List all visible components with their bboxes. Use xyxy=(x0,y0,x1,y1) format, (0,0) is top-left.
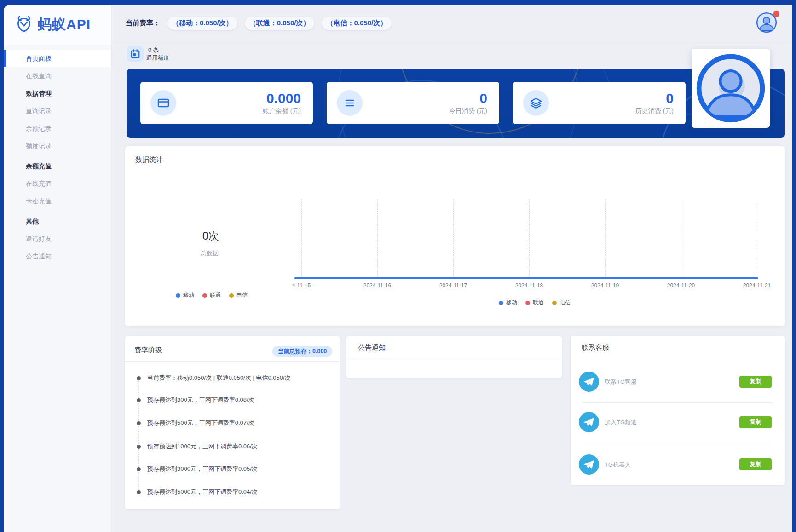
sidebar-section-recharge: 余额充值 xyxy=(4,157,111,175)
chart-legend-left: 移动 联通 电信 xyxy=(176,292,248,299)
divider xyxy=(346,360,562,360)
calendar-icon xyxy=(127,46,144,62)
quota-label: 通用额度 xyxy=(146,54,169,62)
chart-total-label: 总数据 xyxy=(201,249,219,257)
sidebar-item-query-records[interactable]: 查询记录 xyxy=(4,102,111,120)
legend-dot-icon xyxy=(499,301,503,305)
rate-mobile: （移动：0.050/次） xyxy=(167,17,237,30)
chart-gridline xyxy=(529,199,530,279)
chart-title: 数据统计 xyxy=(135,155,163,164)
legend-dot-icon xyxy=(525,301,530,305)
tier-row: 预存额达到3000元，三网下调费率0.05/次 xyxy=(125,465,258,473)
ant-logo-icon xyxy=(15,15,33,35)
chart-total-value: 0次 xyxy=(202,229,219,243)
chart-legend-center: 移动 联通 电信 xyxy=(499,299,571,307)
bullet-dot-icon xyxy=(137,376,141,380)
tier-row: 预存额达到500元，三网下调费率0.07/次 xyxy=(125,419,254,427)
support-row-tg-bot: TG机器人 复制 xyxy=(571,454,785,475)
bullet-dot-icon xyxy=(137,421,141,425)
legend-item-unicom[interactable]: 联通 xyxy=(525,299,544,307)
today-consume-value: 0 xyxy=(449,91,487,106)
quota-count: 0 条 xyxy=(148,46,159,54)
sidebar-item-invite[interactable]: 邀请好友 xyxy=(4,230,111,247)
profile-avatar-card xyxy=(692,49,770,128)
layers-icon xyxy=(523,90,549,116)
bullet-dot-icon xyxy=(137,467,141,471)
sidebar-item-quota-records[interactable]: 额度记录 xyxy=(4,137,111,154)
stat-card-history: 0 历史消费 (元) xyxy=(513,82,686,124)
chart-gridline xyxy=(453,199,454,279)
sidebar-item-online-query[interactable]: 在线查询 xyxy=(4,67,111,85)
top-bar: 当前费率： （移动：0.050/次） （联通：0.050/次） （电信：0.05… xyxy=(112,5,792,41)
rates-label: 当前费率： xyxy=(126,19,160,28)
history-consume-value: 0 xyxy=(635,91,674,106)
tier-row: 预存额达到300元，三网下调费率0.08/次 xyxy=(125,396,254,404)
sidebar-item-home[interactable]: 首页面板 xyxy=(4,50,111,67)
x-axis-label: 2024-11-18 xyxy=(499,282,559,289)
support-label: 加入TG频道 xyxy=(605,418,637,427)
x-axis-label: 2024-11-19 xyxy=(575,282,635,289)
chart-gridline xyxy=(757,199,757,279)
rate-tiers-card: 费率阶级 当前总预存：0.000 当前费率：移动0.050/次 | 联通0.05… xyxy=(125,336,340,509)
rate-unicom: （联通：0.050/次） xyxy=(245,17,315,30)
notice-title: 公告通知 xyxy=(358,343,386,352)
legend-dot-icon xyxy=(552,301,557,305)
sidebar: 蚂蚁API 首页面板 在线查询 数据管理 查询记录 余额记录 额度记录 余额充值… xyxy=(4,5,112,532)
chart-gridline xyxy=(377,199,378,279)
telegram-icon xyxy=(579,372,599,392)
tier-timeline xyxy=(138,378,139,492)
sidebar-item-online-recharge[interactable]: 在线充值 xyxy=(4,175,111,192)
legend-item-mobile[interactable]: 移动 xyxy=(176,292,194,299)
menu-lines-icon xyxy=(337,90,363,116)
x-axis-label: 2024-11-21 xyxy=(727,282,787,289)
notification-dot-icon xyxy=(773,11,779,17)
x-axis-label: 4-11-15 xyxy=(271,282,331,289)
user-avatar-button[interactable] xyxy=(756,12,777,33)
stat-card-balance: 0.000 账户余额 (元) xyxy=(140,82,313,124)
sidebar-section-data: 数据管理 xyxy=(4,85,111,102)
rate-tiers-title: 费率阶级 xyxy=(134,346,162,355)
logo: 蚂蚁API xyxy=(4,5,111,45)
sidebar-item-balance-records[interactable]: 余额记录 xyxy=(4,120,111,137)
current-rates: 当前费率： （移动：0.050/次） （联通：0.050/次） （电信：0.05… xyxy=(126,5,392,41)
tier-row: 当前费率：移动0.050/次 | 联通0.050/次 | 电信0.050/次 xyxy=(125,374,291,382)
support-card: 联系客服 联系TG客服 复制 加入TG频道 xyxy=(571,336,785,485)
support-label: 联系TG客服 xyxy=(605,378,637,386)
copy-button[interactable]: 复制 xyxy=(739,416,772,428)
balance-value: 0.000 xyxy=(263,91,301,106)
notice-card: 公告通知 xyxy=(346,336,562,378)
profile-avatar-icon xyxy=(696,53,766,123)
stat-card-today: 0 今日消费 (元) xyxy=(327,82,499,124)
sidebar-item-notice[interactable]: 公告通知 xyxy=(4,247,111,265)
legend-item-telecom[interactable]: 电信 xyxy=(552,299,571,307)
support-title: 联系客服 xyxy=(582,343,609,352)
x-axis-label: 2024-11-20 xyxy=(651,282,711,289)
legend-item-mobile[interactable]: 移动 xyxy=(499,299,517,307)
chart-gridline xyxy=(605,199,606,279)
bullet-dot-icon xyxy=(137,445,141,449)
data-statistics-card: 数据统计 0次 总数据 4-11-15 2024-11-16 2024-11-1… xyxy=(125,146,785,326)
support-row-tg-channel: 加入TG频道 复制 xyxy=(571,412,785,432)
telegram-icon xyxy=(579,412,599,432)
total-prestore-badge: 当前总预存：0.000 xyxy=(272,346,332,357)
support-label: TG机器人 xyxy=(605,461,631,469)
main-area: 当前费率： （移动：0.050/次） （联通：0.050/次） （电信：0.05… xyxy=(112,5,792,532)
tier-row: 预存额达到5000元，三网下调费率0.04/次 xyxy=(125,488,258,496)
copy-button[interactable]: 复制 xyxy=(739,376,772,388)
bullet-dot-icon xyxy=(137,490,141,494)
x-axis-label: 2024-11-16 xyxy=(347,282,407,289)
tier-row: 预存额达到1000元，三网下调费率0.06/次 xyxy=(125,442,258,451)
divider xyxy=(582,443,772,443)
divider xyxy=(582,402,772,403)
chart-gridline xyxy=(681,199,681,279)
legend-dot-icon xyxy=(202,293,207,298)
history-consume-label: 历史消费 (元) xyxy=(635,107,674,115)
chart-gridline xyxy=(301,199,302,279)
chart-series-line xyxy=(294,277,758,279)
legend-item-telecom[interactable]: 电信 xyxy=(229,292,248,299)
sidebar-item-card-recharge[interactable]: 卡密充值 xyxy=(4,192,111,210)
copy-button[interactable]: 复制 xyxy=(739,458,772,470)
legend-dot-icon xyxy=(176,293,180,298)
divider xyxy=(125,361,340,362)
legend-item-unicom[interactable]: 联通 xyxy=(202,292,221,299)
